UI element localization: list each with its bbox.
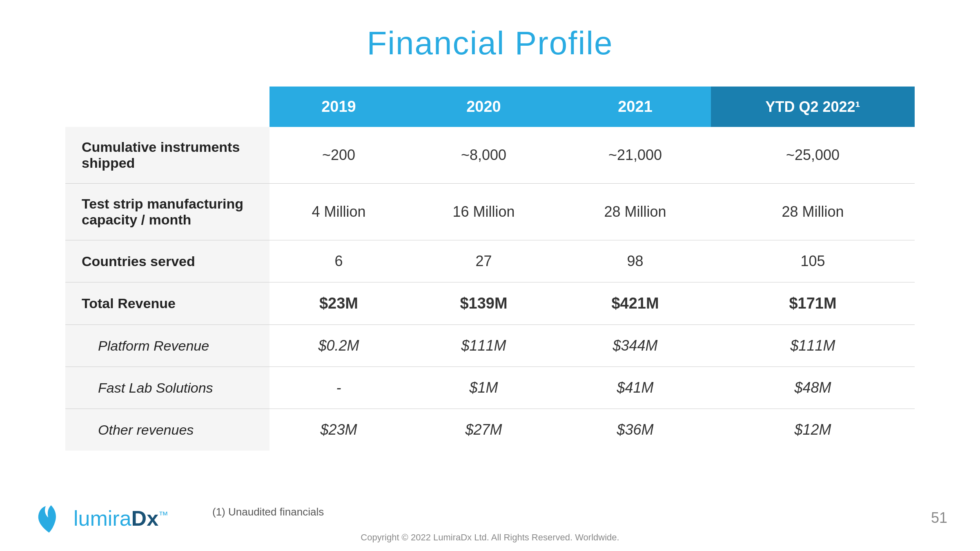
row-value-row-countries-col-0: 6 bbox=[270, 240, 408, 282]
row-label-row-instruments: Cumulative instruments shipped bbox=[65, 127, 270, 184]
logo-lumira: lumira bbox=[74, 507, 131, 530]
table-row: Countries served62798105 bbox=[65, 240, 915, 282]
row-value-row-platform-revenue-col-1: $111M bbox=[408, 325, 559, 367]
row-value-row-other-revenues-col-2: $36M bbox=[559, 409, 711, 451]
table-row: Cumulative instruments shipped~200~8,000… bbox=[65, 127, 915, 184]
row-value-row-countries-col-1: 27 bbox=[408, 240, 559, 282]
row-value-row-instruments-col-0: ~200 bbox=[270, 127, 408, 184]
row-value-row-fast-lab-col-3: $48M bbox=[711, 367, 915, 409]
logo-tm: ™ bbox=[158, 509, 168, 520]
row-value-row-countries-col-2: 98 bbox=[559, 240, 711, 282]
page-title: Financial Profile bbox=[367, 24, 613, 62]
table-row: Total Revenue$23M$139M$421M$171M bbox=[65, 282, 915, 325]
row-label-row-total-revenue: Total Revenue bbox=[65, 282, 270, 325]
row-value-row-fast-lab-col-2: $41M bbox=[559, 367, 711, 409]
col-header-ytd: YTD Q2 2022¹ bbox=[711, 87, 915, 127]
row-value-row-total-revenue-col-1: $139M bbox=[408, 282, 559, 325]
page-number: 51 bbox=[931, 509, 947, 527]
lumiradx-logo-icon bbox=[33, 502, 65, 535]
row-label-row-fast-lab: Fast Lab Solutions bbox=[65, 367, 270, 409]
copyright-text: Copyright © 2022 LumiraDx Ltd. All Right… bbox=[361, 532, 619, 543]
row-value-row-test-strip-col-2: 28 Million bbox=[559, 184, 711, 240]
row-value-row-fast-lab-col-1: $1M bbox=[408, 367, 559, 409]
col-header-2020: 2020 bbox=[408, 87, 559, 127]
table-row: Platform Revenue$0.2M$111M$344M$111M bbox=[65, 325, 915, 367]
financial-table: 2019 2020 2021 YTD Q2 2022¹ Cumulative i… bbox=[65, 87, 915, 451]
logo-text: lumiraDx™ bbox=[74, 506, 168, 531]
col-header-2019: 2019 bbox=[270, 87, 408, 127]
footer: lumiraDx™ bbox=[0, 502, 980, 535]
col-header-2021: 2021 bbox=[559, 87, 711, 127]
table-row: Other revenues$23M$27M$36M$12M bbox=[65, 409, 915, 451]
row-value-row-countries-col-3: 105 bbox=[711, 240, 915, 282]
logo-dx: Dx bbox=[131, 507, 158, 530]
table-row: Test strip manufacturing capacity / mont… bbox=[65, 184, 915, 240]
row-value-row-other-revenues-col-3: $12M bbox=[711, 409, 915, 451]
row-label-row-test-strip: Test strip manufacturing capacity / mont… bbox=[65, 184, 270, 240]
row-value-row-total-revenue-col-0: $23M bbox=[270, 282, 408, 325]
row-value-row-instruments-col-2: ~21,000 bbox=[559, 127, 711, 184]
row-value-row-fast-lab-col-0: - bbox=[270, 367, 408, 409]
row-label-row-other-revenues: Other revenues bbox=[65, 409, 270, 451]
col-header-label bbox=[65, 87, 270, 127]
row-value-row-test-strip-col-3: 28 Million bbox=[711, 184, 915, 240]
page-container: Financial Profile 2019 2020 2021 YTD Q2 … bbox=[0, 0, 980, 551]
footnote-text: (1) Unaudited financials bbox=[212, 506, 324, 518]
row-value-row-other-revenues-col-1: $27M bbox=[408, 409, 559, 451]
row-value-row-instruments-col-3: ~25,000 bbox=[711, 127, 915, 184]
row-value-row-test-strip-col-1: 16 Million bbox=[408, 184, 559, 240]
row-value-row-total-revenue-col-3: $171M bbox=[711, 282, 915, 325]
row-value-row-platform-revenue-col-0: $0.2M bbox=[270, 325, 408, 367]
row-value-row-other-revenues-col-0: $23M bbox=[270, 409, 408, 451]
row-value-row-platform-revenue-col-3: $111M bbox=[711, 325, 915, 367]
row-label-row-platform-revenue: Platform Revenue bbox=[65, 325, 270, 367]
table-row: Fast Lab Solutions-$1M$41M$48M bbox=[65, 367, 915, 409]
logo-area: lumiraDx™ bbox=[33, 502, 168, 535]
row-value-row-instruments-col-1: ~8,000 bbox=[408, 127, 559, 184]
row-value-row-test-strip-col-0: 4 Million bbox=[270, 184, 408, 240]
row-label-row-countries: Countries served bbox=[65, 240, 270, 282]
row-value-row-total-revenue-col-2: $421M bbox=[559, 282, 711, 325]
table-container: 2019 2020 2021 YTD Q2 2022¹ Cumulative i… bbox=[65, 87, 915, 451]
row-value-row-platform-revenue-col-2: $344M bbox=[559, 325, 711, 367]
